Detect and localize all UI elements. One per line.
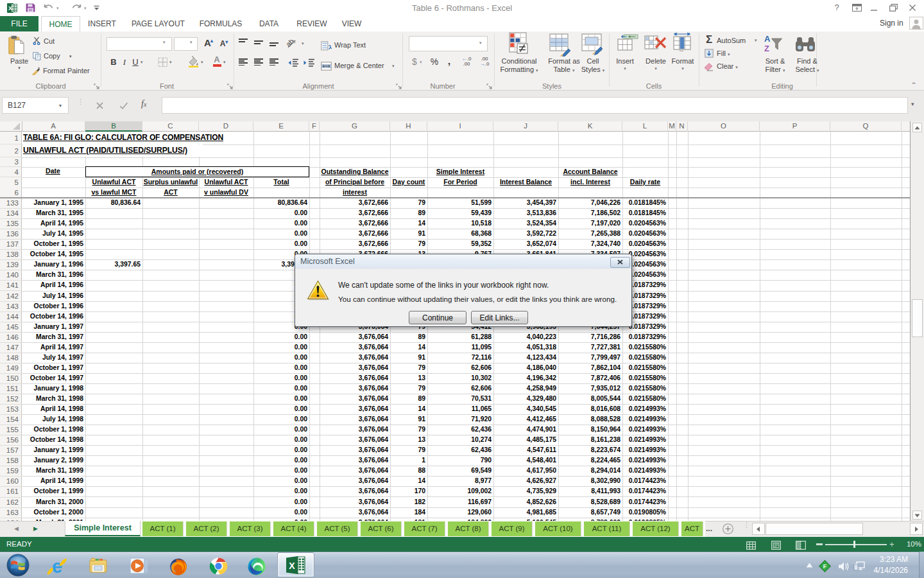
svg-text:X: X [289, 561, 295, 571]
svg-text:ab: ab [286, 37, 295, 48]
svg-text:A: A [764, 34, 771, 44]
svg-text:Z: Z [764, 44, 769, 53]
svg-text:F: F [823, 563, 827, 570]
svg-text:X: X [8, 5, 12, 12]
svg-text:e: e [52, 556, 62, 576]
